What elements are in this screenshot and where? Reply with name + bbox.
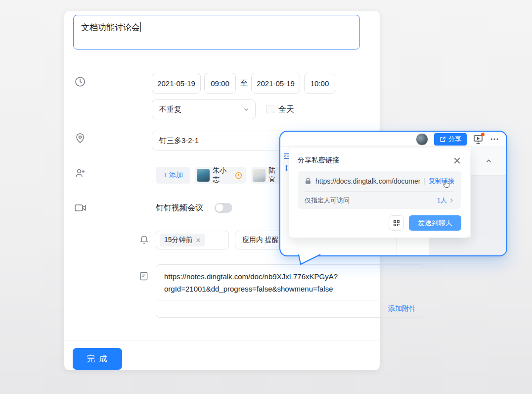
share-external-icon	[440, 136, 446, 143]
bell-icon	[139, 234, 149, 246]
divider	[424, 178, 425, 185]
video-conference-toggle[interactable]	[215, 203, 232, 213]
start-date-value: 2021-05-19	[157, 79, 195, 88]
reminder-method-value: 应用内 提醒	[242, 236, 279, 245]
doc-panel-section	[471, 176, 506, 240]
link-settings-box: https://docs.dingtalk.com/documen 复制链接 仅…	[298, 171, 461, 209]
end-time-field[interactable]: 10:00	[304, 73, 335, 94]
remove-reminder-icon[interactable]: ✕	[196, 237, 201, 244]
end-date-field[interactable]: 2021-05-19	[251, 73, 300, 94]
chevron-right-icon	[448, 197, 454, 203]
notes-url-text: https://notes.dingtalk.com/doc/nb9XJxL77…	[156, 265, 424, 295]
video-camera-icon	[74, 202, 88, 214]
attendee-name: 朱小志	[213, 166, 232, 184]
more-menu-icon[interactable]	[489, 134, 499, 144]
send-to-chat-button[interactable]: 发送到聊天	[409, 215, 461, 231]
link-row: https://docs.dingtalk.com/documen 复制链接	[305, 171, 454, 192]
start-time-field[interactable]: 09:00	[204, 73, 236, 94]
add-attachment-link[interactable]: 添加附件	[388, 304, 416, 313]
notes-url-line2: orgId=21001&dd_progress=false&showmenu=f…	[164, 283, 416, 295]
access-scope-label: 仅指定人可访问	[305, 196, 350, 205]
doc-table-gridline	[397, 238, 397, 255]
end-time-value: 10:00	[310, 79, 329, 88]
event-title-text: 文档功能讨论会	[81, 23, 140, 32]
lock-icon	[305, 177, 311, 185]
share-button-label: 分享	[448, 135, 461, 144]
doc-preview-bubble: 分享 分享私密链接 https://docs.dingtalk.com/docu…	[279, 131, 507, 256]
all-day-label: 全天	[278, 104, 294, 115]
reminder-time-field[interactable]: 15分钟前 ✕	[156, 231, 229, 249]
share-url-text: https://docs.dingtalk.com/documen	[315, 177, 420, 185]
present-button[interactable]	[473, 134, 484, 145]
qr-code-button[interactable]	[389, 215, 404, 231]
add-attendee-button[interactable]: + 添加	[156, 167, 190, 184]
notes-box-footer: 添加附件	[156, 300, 424, 317]
attendee-chip[interactable]: 朱小志	[195, 167, 246, 184]
collapse-panel-header[interactable]	[471, 147, 506, 176]
attendee-avatar	[197, 169, 210, 182]
panel-title: 分享私密链接	[298, 156, 339, 165]
done-button[interactable]: 完 成	[73, 348, 122, 370]
hand-cursor-icon	[441, 178, 451, 189]
to-separator: 至	[240, 79, 248, 88]
notification-dot	[481, 133, 485, 136]
user-avatar[interactable]	[416, 133, 428, 146]
repeat-value: 不重复	[159, 105, 181, 114]
footer-divider	[64, 341, 380, 341]
doc-header-bar: 分享	[280, 132, 506, 147]
access-row[interactable]: 仅指定人可访问 1人	[305, 192, 454, 209]
qr-code-icon	[393, 219, 400, 227]
add-attendee-label: + 添加	[163, 171, 183, 180]
event-title-input[interactable]: 文档功能讨论会	[73, 15, 360, 49]
attendee-name: 陆宜	[268, 166, 278, 184]
notes-url-line1: https://notes.dingtalk.com/doc/nb9XJxL77…	[164, 270, 416, 283]
start-time-value: 09:00	[211, 79, 229, 88]
share-button[interactable]: 分享	[434, 133, 467, 146]
text-caret	[140, 22, 141, 32]
end-date-value: 2021-05-19	[257, 79, 295, 88]
reminder-chip[interactable]: 15分钟前 ✕	[160, 234, 205, 246]
repeat-select[interactable]: 不重复	[152, 99, 256, 119]
bubble-tail	[298, 254, 322, 266]
chevron-down-icon	[243, 106, 249, 112]
toggle-knob	[216, 204, 223, 212]
access-count: 1人	[437, 196, 447, 205]
reminder-chip-label: 15分钟前	[164, 236, 193, 245]
notes-document-icon	[139, 270, 149, 282]
location-value: 钉三多3-2-1	[159, 136, 199, 146]
doc-table-cell	[429, 238, 506, 255]
all-day-checkbox[interactable]	[266, 105, 274, 113]
chevron-up-icon	[486, 158, 492, 164]
video-conference-label: 钉钉视频会议	[156, 203, 203, 213]
share-link-panel: 分享私密链接 https://docs.dingtalk.com/documen…	[289, 148, 470, 238]
location-pin-icon	[74, 132, 86, 144]
busy-clock-icon	[235, 172, 242, 179]
close-icon[interactable]	[453, 156, 461, 165]
notes-link-box[interactable]: https://notes.dingtalk.com/doc/nb9XJxL77…	[156, 264, 424, 318]
clock-icon	[74, 76, 86, 88]
attendee-avatar	[253, 169, 266, 182]
start-date-field[interactable]: 2021-05-19	[152, 73, 201, 94]
add-person-icon	[74, 167, 86, 179]
